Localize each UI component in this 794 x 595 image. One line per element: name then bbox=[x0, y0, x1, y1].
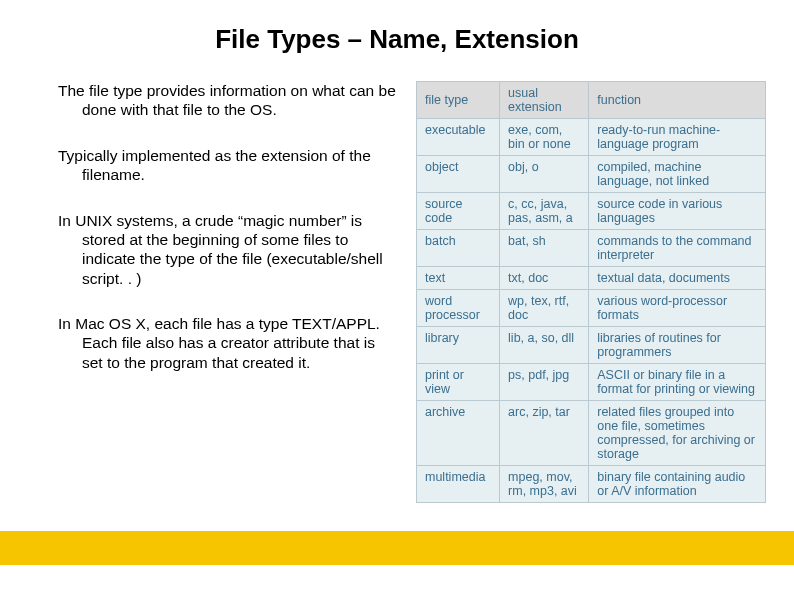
table-cell: multimedia bbox=[417, 466, 500, 503]
paragraph: In UNIX systems, a crude “magic number” … bbox=[58, 211, 398, 289]
table-cell: ASCII or binary file in a format for pri… bbox=[589, 364, 766, 401]
table-row: archivearc, zip, tarrelated files groupe… bbox=[417, 401, 766, 466]
paragraph: Typically implemented as the extension o… bbox=[58, 146, 398, 185]
table-row: word processorwp, tex, rtf, docvarious w… bbox=[417, 290, 766, 327]
content-area: The file type provides information on wh… bbox=[0, 55, 794, 503]
table-cell: bat, sh bbox=[500, 230, 589, 267]
table-cell: text bbox=[417, 267, 500, 290]
table-cell: txt, doc bbox=[500, 267, 589, 290]
table-cell: ps, pdf, jpg bbox=[500, 364, 589, 401]
text-column: The file type provides information on wh… bbox=[58, 81, 398, 503]
table-row: texttxt, doctextual data, documents bbox=[417, 267, 766, 290]
table-cell: related files grouped into one file, som… bbox=[589, 401, 766, 466]
paragraph: The file type provides information on wh… bbox=[58, 81, 398, 120]
table-row: multimediampeg, mov, rm, mp3, avibinary … bbox=[417, 466, 766, 503]
table-cell: library bbox=[417, 327, 500, 364]
table-cell: exe, com, bin or none bbox=[500, 119, 589, 156]
table-cell: textual data, documents bbox=[589, 267, 766, 290]
table-column: file type usual extension function execu… bbox=[416, 81, 766, 503]
footer-accent-bar bbox=[0, 531, 794, 565]
table-cell: compiled, machine language, not linked bbox=[589, 156, 766, 193]
table-cell: batch bbox=[417, 230, 500, 267]
table-cell: ready-to-run machine-language program bbox=[589, 119, 766, 156]
table-cell: source code in various languages bbox=[589, 193, 766, 230]
table-cell: binary file containing audio or A/V info… bbox=[589, 466, 766, 503]
file-types-table: file type usual extension function execu… bbox=[416, 81, 766, 503]
table-header: usual extension bbox=[500, 82, 589, 119]
table-row: print or viewps, pdf, jpgASCII or binary… bbox=[417, 364, 766, 401]
table-header: file type bbox=[417, 82, 500, 119]
table-cell: mpeg, mov, rm, mp3, avi bbox=[500, 466, 589, 503]
paragraph: In Mac OS X, each file has a type TEXT/A… bbox=[58, 314, 398, 372]
table-row: source codec, cc, java, pas, asm, asourc… bbox=[417, 193, 766, 230]
table-cell: object bbox=[417, 156, 500, 193]
table-cell: print or view bbox=[417, 364, 500, 401]
table-cell: source code bbox=[417, 193, 500, 230]
table-header: function bbox=[589, 82, 766, 119]
table-cell: word processor bbox=[417, 290, 500, 327]
table-row: objectobj, ocompiled, machine language, … bbox=[417, 156, 766, 193]
table-cell: arc, zip, tar bbox=[500, 401, 589, 466]
table-row: executableexe, com, bin or noneready-to-… bbox=[417, 119, 766, 156]
table-cell: libraries of routines for programmers bbox=[589, 327, 766, 364]
table-cell: commands to the command interpreter bbox=[589, 230, 766, 267]
table-header-row: file type usual extension function bbox=[417, 82, 766, 119]
table-cell: wp, tex, rtf, doc bbox=[500, 290, 589, 327]
table-row: librarylib, a, so, dlllibraries of routi… bbox=[417, 327, 766, 364]
table-cell: executable bbox=[417, 119, 500, 156]
slide-title: File Types – Name, Extension bbox=[0, 0, 794, 55]
table-row: batchbat, shcommands to the command inte… bbox=[417, 230, 766, 267]
table-cell: archive bbox=[417, 401, 500, 466]
table-cell: various word-processor formats bbox=[589, 290, 766, 327]
table-cell: obj, o bbox=[500, 156, 589, 193]
table-cell: lib, a, so, dll bbox=[500, 327, 589, 364]
table-cell: c, cc, java, pas, asm, a bbox=[500, 193, 589, 230]
